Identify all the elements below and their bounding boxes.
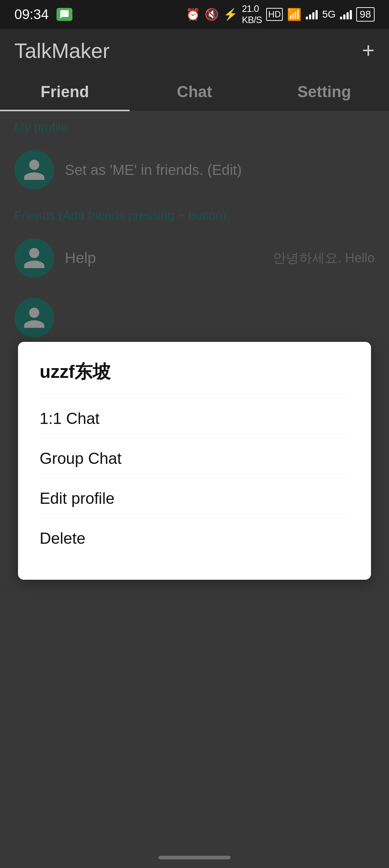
- signal-bars-2: [340, 9, 352, 19]
- network-type: 5G: [322, 9, 335, 20]
- data-speed: 21.0KB/S: [242, 3, 262, 26]
- app-title: TalkMaker: [14, 39, 109, 63]
- context-menu-item-delete[interactable]: Delete: [40, 518, 349, 558]
- tab-bar: Friend Chat Setting: [0, 72, 389, 112]
- add-button[interactable]: +: [362, 40, 375, 61]
- bluetooth-icon: ⚡: [223, 8, 238, 21]
- context-menu-item-editprofile[interactable]: Edit profile: [40, 478, 349, 518]
- context-menu-title: uzzf东坡: [40, 360, 349, 384]
- friends-list: My profile Set as 'ME' in friends. (Edit…: [0, 112, 389, 868]
- alarm-icon: ⏰: [186, 8, 200, 21]
- signal-bars-1: [306, 9, 318, 19]
- tab-chat[interactable]: Chat: [130, 72, 259, 111]
- tab-friend[interactable]: Friend: [0, 72, 130, 111]
- context-menu-item-groupchat[interactable]: Group Chat: [40, 438, 349, 478]
- message-notification-icon: [57, 8, 72, 21]
- hd-badge: HD: [266, 8, 283, 21]
- status-bar: 09:34 ⏰ 🔇 ⚡ 21.0KB/S HD 📶: [0, 0, 389, 29]
- tab-setting[interactable]: Setting: [259, 72, 389, 111]
- context-menu-item-1to1chat[interactable]: 1:1 Chat: [40, 398, 349, 438]
- battery-icon: 98: [356, 7, 375, 22]
- status-icons: ⏰ 🔇 ⚡ 21.0KB/S HD 📶 5G: [186, 3, 375, 26]
- battery-level: 98: [360, 9, 371, 20]
- mute-icon: 🔇: [205, 8, 219, 21]
- screen: 09:34 ⏰ 🔇 ⚡ 21.0KB/S HD 📶: [0, 0, 389, 868]
- content-column: 09:34 ⏰ 🔇 ⚡ 21.0KB/S HD 📶: [0, 0, 389, 868]
- app-header: TalkMaker +: [0, 29, 389, 72]
- context-menu: uzzf东坡 1:1 Chat Group Chat Edit profile …: [18, 342, 371, 580]
- status-time: 09:34: [14, 7, 49, 22]
- wifi-icon: 📶: [287, 8, 301, 21]
